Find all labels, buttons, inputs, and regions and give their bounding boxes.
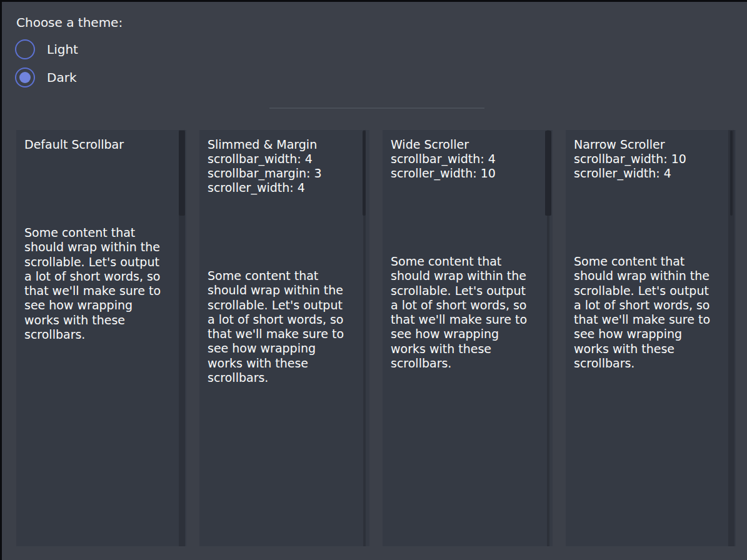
spacer [574,181,736,254]
panel-paragraph: Some content that should wrap within the… [391,254,541,371]
panel-property: scrollbar_margin: 3 [208,166,356,181]
radio-option-light[interactable]: Light [15,39,78,59]
panel-title: Wide Scroller [391,138,539,152]
panel-property: scrollbar_width: 10 [574,152,723,166]
panel-property: scroller_width: 4 [574,166,723,181]
scrollable-slimmed-margin[interactable]: Slimmed & Margin scrollbar_width: 4 scro… [199,130,369,546]
radio-option-dark[interactable]: Dark [15,68,76,88]
panel-title: Narrow Scroller [574,138,723,152]
scrollables-row: Default Scrollbar Some content that shou… [16,130,736,546]
spacer [391,181,553,254]
radio-circle-icon[interactable] [15,68,35,88]
theme-chooser-title: Choose a theme: [16,15,123,30]
spacer [24,152,186,226]
page-root: Choose a theme: Light Dark Default Scrol… [0,0,747,560]
panel-paragraph: Some content that should wrap within the… [24,226,174,342]
radio-label-light: Light [47,42,78,57]
scrollable-default[interactable]: Default Scrollbar Some content that shou… [16,130,186,546]
scrollbar-thumb[interactable] [363,131,366,216]
scrollbar-thumb[interactable] [730,131,733,216]
scrollable-wide-scroller[interactable]: Wide Scroller scrollbar_width: 4 scrolle… [383,130,553,546]
panel-paragraph: Some content that should wrap within the… [208,269,358,385]
radio-selected-dot-icon [19,72,31,83]
scrollbar-thumb[interactable] [545,131,551,216]
scrollable-narrow-scroller[interactable]: Narrow Scroller scrollbar_width: 10 scro… [566,130,736,546]
radio-label-dark: Dark [47,70,76,85]
panel-paragraph: Some content that should wrap within the… [574,254,724,371]
panel-property: scroller_width: 4 [208,181,356,195]
horizontal-rule [269,108,484,109]
panel-property: scroller_width: 10 [391,166,539,181]
panel-title: Slimmed & Margin [208,138,356,152]
radio-circle-icon[interactable] [15,39,35,59]
panel-property: scrollbar_width: 4 [208,152,356,166]
scrollbar-thumb[interactable] [179,131,185,216]
panel-property: scrollbar_width: 4 [391,152,539,166]
panel-title: Default Scrollbar [24,138,173,152]
spacer [208,195,369,269]
